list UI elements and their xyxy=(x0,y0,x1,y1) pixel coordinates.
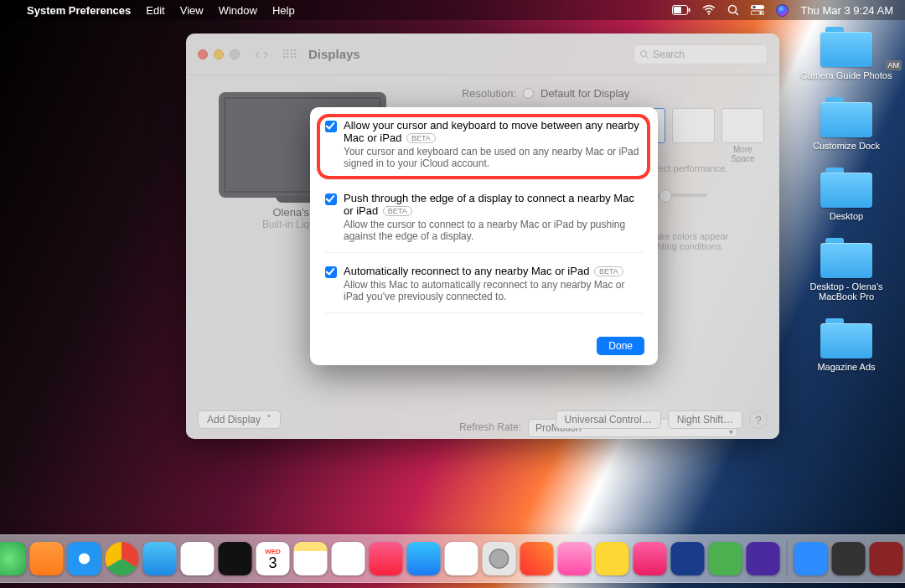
dock-app-freeform[interactable] xyxy=(30,542,64,575)
folder-label: Magazine Ads xyxy=(796,362,897,372)
control-center-icon[interactable] xyxy=(751,5,764,15)
dock-app-generic[interactable] xyxy=(596,542,629,575)
window-title: Displays xyxy=(308,47,360,61)
done-button[interactable]: Done xyxy=(597,337,644,355)
universal-control-button[interactable]: Universal Control… xyxy=(556,410,661,429)
dock-app-appstore[interactable] xyxy=(407,542,441,575)
dock-app-1password[interactable] xyxy=(671,542,705,575)
svg-point-10 xyxy=(641,50,647,56)
dock-app-slack[interactable] xyxy=(445,542,478,575)
dock-app-mail[interactable] xyxy=(143,542,177,575)
option-allow-cursor-keyboard: Allow your cursor and keyboard to move b… xyxy=(325,119,643,180)
dock-app-reminders[interactable] xyxy=(332,542,365,575)
desktop-folder[interactable]: Magazine Ads xyxy=(796,318,897,372)
dock-app-photos[interactable] xyxy=(181,542,215,575)
desktop-icons: Camera Guide Photos Customize Dock Deskt… xyxy=(796,27,897,389)
dock-app-chrome[interactable] xyxy=(106,542,139,575)
search-input[interactable]: Search xyxy=(634,44,768,64)
svg-rect-1 xyxy=(674,7,681,13)
menu-view[interactable]: View xyxy=(180,4,204,17)
dock-app-generic[interactable] xyxy=(747,542,780,575)
svg-point-3 xyxy=(708,13,710,15)
dock-app-settings[interactable] xyxy=(483,542,516,575)
window-controls xyxy=(198,49,240,59)
svg-rect-2 xyxy=(689,8,690,13)
scale-option[interactable] xyxy=(672,108,715,143)
window-toolbar: ‹ › ⠿⠿ Displays Search xyxy=(186,34,779,75)
desktop-folder[interactable]: Customize Dock xyxy=(796,97,897,151)
menu-window[interactable]: Window xyxy=(219,4,257,17)
add-display-button[interactable]: Add Display ˅ xyxy=(198,410,281,429)
dock-app-music[interactable] xyxy=(370,542,403,575)
close-window-button[interactable] xyxy=(198,49,208,59)
desktop-folder[interactable]: Desktop - Olena's MacBook ProAM xyxy=(796,238,897,302)
dock-app-parallels[interactable] xyxy=(520,542,554,575)
folder-label: Desktop xyxy=(796,211,897,221)
night-shift-button[interactable]: Night Shift… xyxy=(668,410,742,429)
dock-app-tv[interactable] xyxy=(219,542,252,575)
siri-icon[interactable] xyxy=(776,4,789,17)
svg-point-8 xyxy=(753,6,757,9)
beta-badge: BETA xyxy=(594,266,623,276)
dock-app-generic[interactable] xyxy=(709,542,742,575)
svg-line-11 xyxy=(646,56,649,59)
spotlight-icon[interactable] xyxy=(727,4,739,16)
checkbox-allow-cursor-keyboard[interactable] xyxy=(325,121,337,132)
checkbox-push-through-edge[interactable] xyxy=(325,193,337,205)
beta-badge: BETA xyxy=(406,133,436,143)
help-button[interactable]: ? xyxy=(749,410,768,429)
beta-badge: BETA xyxy=(383,206,412,216)
menu-edit[interactable]: Edit xyxy=(146,4,164,17)
dock: WED3 xyxy=(0,534,905,583)
menubar: System Preferences Edit View Window Help… xyxy=(0,0,905,20)
menu-help[interactable]: Help xyxy=(272,4,295,17)
option-auto-reconnect: Automatically reconnect to any nearby Ma… xyxy=(325,265,643,313)
dock-app-camera[interactable] xyxy=(832,542,866,575)
wifi-icon[interactable] xyxy=(702,5,716,15)
clock[interactable]: Thu Mar 3 9:24 AM xyxy=(800,4,893,17)
zoom-window-button[interactable] xyxy=(230,49,240,59)
resolution-label: Resolution: xyxy=(427,87,516,100)
app-name[interactable]: System Preferences xyxy=(27,4,131,17)
search-icon xyxy=(639,49,649,59)
folder-label: Camera Guide Photos xyxy=(796,70,897,80)
universal-control-popover: Allow your cursor and keyboard to move b… xyxy=(310,107,658,365)
dock-app-generic[interactable] xyxy=(634,542,667,575)
svg-line-5 xyxy=(736,13,739,16)
scale-option[interactable] xyxy=(721,108,764,143)
dock-app-generic[interactable] xyxy=(558,542,592,575)
dock-app-notes[interactable] xyxy=(294,542,328,575)
svg-point-9 xyxy=(760,12,763,15)
dock-app-zoom[interactable] xyxy=(794,542,828,575)
dock-app-safari[interactable] xyxy=(68,542,101,575)
dock-app-dictionary[interactable] xyxy=(870,542,903,575)
battery-icon[interactable] xyxy=(672,5,690,15)
dock-app-find-my[interactable] xyxy=(0,542,26,575)
dock-separator xyxy=(787,541,788,576)
dock-app-calendar[interactable]: WED3 xyxy=(256,542,290,575)
folder-label: Desktop - Olena's MacBook Pro xyxy=(796,281,897,302)
desktop-folder[interactable]: Camera Guide Photos xyxy=(796,27,897,80)
forward-button[interactable]: › xyxy=(263,45,268,63)
show-all-button[interactable]: ⠿⠿ xyxy=(282,48,297,61)
desktop-folder[interactable]: DesktopAM xyxy=(796,168,897,221)
back-button[interactable]: ‹ xyxy=(255,45,260,63)
option-push-through-edge: Push through the edge of a display to co… xyxy=(325,192,643,253)
folder-label: Customize Dock xyxy=(796,141,897,151)
minimize-window-button[interactable] xyxy=(214,49,224,59)
svg-point-4 xyxy=(729,6,737,13)
resolution-default-radio[interactable] xyxy=(523,88,534,99)
checkbox-auto-reconnect[interactable] xyxy=(325,266,337,278)
